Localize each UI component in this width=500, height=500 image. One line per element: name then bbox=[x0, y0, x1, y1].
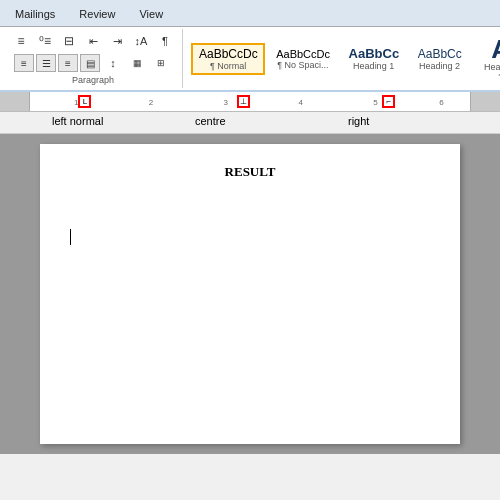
paragraph-label: Paragraph bbox=[72, 75, 114, 86]
align-center-icon: ☰ bbox=[42, 58, 51, 69]
svg-text:2: 2 bbox=[149, 98, 154, 107]
style-heading1-text: AaBbCc bbox=[349, 46, 399, 61]
ribbon-toolbar: ≡ ⁰≡ ⊟ ⇤ ⇥ ↕A ¶ ≡ bbox=[0, 27, 500, 92]
heading-question-label: Heading ? bbox=[480, 62, 500, 82]
ruler-container: 1 2 3 4 5 6 L ⊥ ⌐ bbox=[0, 92, 500, 112]
justify-button[interactable]: ▤ bbox=[80, 54, 100, 72]
styles-section: AaBbCcDc ¶ Normal AaBbCcDc ¶ No Spaci...… bbox=[187, 29, 500, 88]
decrease-indent-icon: ⇤ bbox=[89, 35, 98, 48]
alignment-row: ≡ ☰ ≡ ▤ ↕ ▦ ⊞ bbox=[14, 53, 172, 73]
ribbon-tab-row: Mailings Review View bbox=[4, 2, 496, 26]
style-normal-text: AaBbCcDc bbox=[199, 47, 257, 61]
multilevel-list-button[interactable]: ⊟ bbox=[58, 31, 80, 51]
tab-view[interactable]: View bbox=[128, 4, 174, 24]
tab-marker-right-icon: ⌐ bbox=[386, 97, 391, 106]
style-heading-large-text: A bbox=[480, 36, 500, 62]
bullet-list-icon: ≡ bbox=[17, 35, 24, 47]
ruler-left-margin bbox=[0, 92, 30, 111]
page[interactable]: RESULT bbox=[40, 144, 460, 444]
result-text: RESULT bbox=[70, 164, 430, 180]
bullet-list-button[interactable]: ≡ bbox=[10, 31, 32, 51]
style-heading2-text: AaBbCc bbox=[418, 47, 462, 61]
sort-button[interactable]: ↕A bbox=[130, 31, 152, 51]
style-heading-large[interactable]: A Heading ? bbox=[472, 32, 500, 86]
label-centre: centre bbox=[195, 115, 226, 127]
line-spacing-icon: ↕ bbox=[110, 57, 116, 69]
increase-indent-icon: ⇥ bbox=[113, 35, 122, 48]
label-left-normal: left normal bbox=[52, 115, 103, 127]
ruler-ticks: 1 2 3 4 5 6 bbox=[30, 92, 470, 111]
pilcrow-button[interactable]: ¶ bbox=[154, 31, 176, 51]
shading-icon: ▦ bbox=[133, 58, 142, 68]
multilevel-list-icon: ⊟ bbox=[64, 35, 74, 47]
style-nospace[interactable]: AaBbCcDc ¶ No Spaci... bbox=[268, 44, 337, 74]
ruler-right-margin bbox=[470, 92, 500, 111]
tab-marker-right[interactable]: ⌐ bbox=[382, 95, 395, 108]
tab-review[interactable]: Review bbox=[68, 4, 126, 24]
align-left-button[interactable]: ≡ bbox=[14, 54, 34, 72]
numbered-list-button[interactable]: ⁰≡ bbox=[34, 31, 56, 51]
increase-indent-button[interactable]: ⇥ bbox=[106, 31, 128, 51]
align-center-button[interactable]: ☰ bbox=[36, 54, 56, 72]
style-heading1[interactable]: AaBbCc Heading 1 bbox=[341, 42, 407, 75]
tab-mailings[interactable]: Mailings bbox=[4, 4, 66, 24]
tab-marker-left[interactable]: L bbox=[78, 95, 91, 108]
justify-icon: ▤ bbox=[86, 58, 95, 69]
style-heading2[interactable]: AaBbCc Heading 2 bbox=[410, 43, 470, 75]
align-right-button[interactable]: ≡ bbox=[58, 54, 78, 72]
style-heading2-sublabel: Heading 2 bbox=[418, 61, 462, 71]
tab-marker-centre-icon: ⊥ bbox=[240, 97, 247, 106]
style-normal-sublabel: ¶ Normal bbox=[199, 61, 257, 71]
style-heading1-sublabel: Heading 1 bbox=[349, 61, 399, 71]
spacer bbox=[70, 196, 430, 226]
ruler-labels-row: left normal centre right bbox=[0, 112, 500, 134]
label-right: right bbox=[348, 115, 369, 127]
shading-button[interactable]: ▦ bbox=[126, 53, 148, 73]
align-right-icon: ≡ bbox=[65, 58, 71, 69]
ruler-body[interactable]: 1 2 3 4 5 6 L ⊥ ⌐ bbox=[30, 92, 470, 111]
svg-text:3: 3 bbox=[224, 98, 229, 107]
border-icon: ⊞ bbox=[157, 58, 165, 68]
decrease-indent-button[interactable]: ⇤ bbox=[82, 31, 104, 51]
style-normal[interactable]: AaBbCcDc ¶ Normal bbox=[191, 43, 265, 75]
ribbon-tabs: Mailings Review View bbox=[0, 0, 500, 27]
svg-text:5: 5 bbox=[373, 98, 378, 107]
border-button[interactable]: ⊞ bbox=[150, 53, 172, 73]
line-spacing-button[interactable]: ↕ bbox=[102, 53, 124, 73]
list-section: ≡ ⁰≡ ⊟ ⇤ ⇥ ↕A ¶ ≡ bbox=[4, 29, 183, 88]
align-left-icon: ≡ bbox=[21, 58, 27, 69]
sort-icon: ↕A bbox=[135, 35, 148, 47]
numbered-list-icon: ⁰≡ bbox=[39, 35, 51, 47]
tab-marker-centre[interactable]: ⊥ bbox=[237, 95, 250, 108]
svg-text:4: 4 bbox=[298, 98, 303, 107]
text-cursor bbox=[70, 229, 71, 245]
document-area: RESULT bbox=[0, 134, 500, 454]
svg-text:6: 6 bbox=[439, 98, 444, 107]
pilcrow-icon: ¶ bbox=[162, 35, 168, 47]
tab-marker-left-icon: L bbox=[83, 97, 87, 106]
cursor-line[interactable] bbox=[70, 226, 430, 246]
style-nospace-text: AaBbCcDc bbox=[276, 48, 329, 60]
list-row-1: ≡ ⁰≡ ⊟ ⇤ ⇥ ↕A ¶ bbox=[10, 31, 176, 51]
style-nospace-sublabel: ¶ No Spaci... bbox=[276, 60, 329, 70]
